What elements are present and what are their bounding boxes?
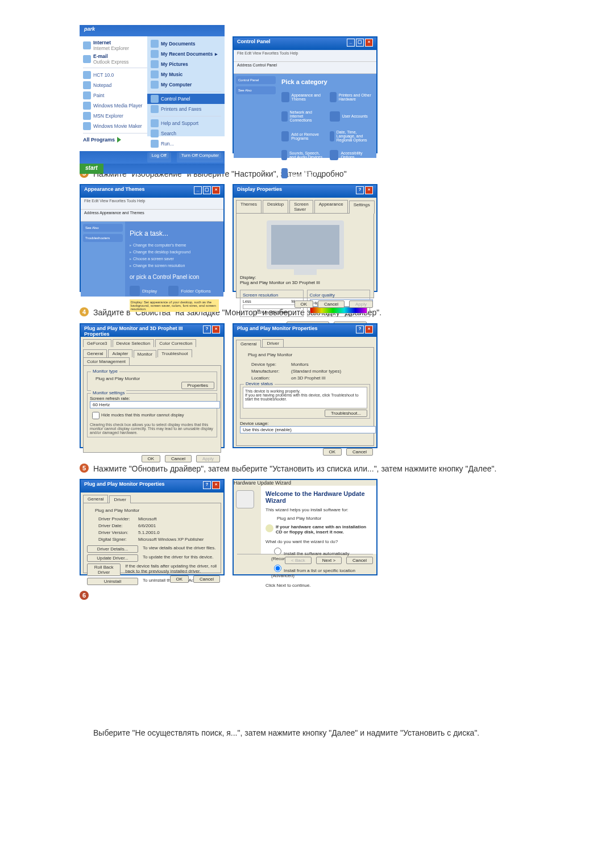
tab-screensaver[interactable]: Screen Saver [289, 200, 313, 213]
tab[interactable]: GeForce3 [83, 339, 111, 347]
tab[interactable]: Adapter [108, 349, 132, 357]
task-link[interactable]: Change the desktop background [130, 250, 219, 254]
cp-category[interactable]: Printers and Other Hardware [330, 92, 374, 102]
tab-driver[interactable]: Driver [109, 495, 130, 503]
update-driver-button[interactable]: Update Driver... [87, 554, 138, 562]
tab[interactable]: Color Correction [155, 339, 196, 347]
resolution-slider[interactable] [243, 304, 301, 309]
address-bar[interactable]: Address Appearance and Themes [81, 210, 223, 222]
cancel-button[interactable]: Cancel [346, 448, 373, 456]
cp-category[interactable]: Appearance and Themes [281, 92, 325, 102]
menubar[interactable]: File Edit View Favorites Tools Help [81, 198, 223, 210]
rollback-button[interactable]: Roll Back Driver [87, 564, 121, 576]
apply-button[interactable]: Apply [349, 301, 373, 308]
task-link[interactable]: Change the computer's theme [130, 243, 219, 248]
start-item[interactable]: My Recent Documents ▸ [151, 49, 221, 59]
display-icon-link[interactable]: Display [130, 286, 157, 296]
close-icon[interactable]: × [212, 326, 220, 333]
tab-monitor[interactable]: Monitor [134, 350, 157, 358]
cancel-button[interactable]: Cancel [193, 575, 220, 583]
help-icon[interactable]: ? [203, 481, 211, 489]
close-icon[interactable]: × [212, 481, 220, 489]
start-item[interactable]: Notepad [83, 80, 154, 90]
tab-desktop[interactable]: Desktop [263, 200, 288, 213]
close-icon[interactable]: × [365, 326, 373, 333]
tab-general[interactable]: General [236, 340, 261, 348]
cancel-button[interactable]: Cancel [318, 301, 345, 308]
device-usage-select[interactable]: Use this device (enable) [240, 426, 376, 433]
tab-appearance[interactable]: Appearance [314, 200, 348, 213]
start-item[interactable]: Printers and Faxes [151, 104, 221, 114]
network-icon [281, 111, 288, 122]
start-item[interactable]: Run... [151, 139, 221, 149]
cp-category[interactable]: User Accounts [330, 110, 374, 122]
tab-settings[interactable]: Settings [349, 201, 375, 214]
tab-driver[interactable]: Driver [262, 339, 283, 347]
cancel-button[interactable]: Cancel [346, 557, 373, 564]
task-link[interactable]: Choose a screen saver [130, 257, 219, 261]
cp-category[interactable]: Network and Internet Connections [281, 110, 325, 122]
help-icon[interactable]: ? [356, 186, 364, 194]
apply-button[interactable]: Apply [196, 455, 220, 462]
ok-button[interactable]: OK [323, 448, 342, 456]
back-button[interactable]: < Back [285, 557, 312, 564]
properties-button[interactable]: Properties [181, 382, 214, 389]
logoff-button[interactable]: Log Off [147, 152, 171, 162]
ok-button[interactable]: OK [170, 575, 189, 583]
start-item[interactable]: HCT 10.0 [83, 70, 154, 80]
ok-button[interactable]: OK [294, 301, 314, 308]
menubar[interactable]: File Edit View Favorites Tools Help [234, 50, 376, 62]
start-item[interactable]: Windows Movie Maker [83, 121, 154, 131]
start-item-control-panel[interactable]: Control Panel [147, 94, 225, 104]
start-item[interactable]: My Pictures [151, 59, 221, 69]
hide-modes-checkbox[interactable]: Hide modes that this monitor cannot disp… [90, 410, 214, 421]
start-item[interactable]: Paint [83, 90, 154, 101]
screenshot-placeholder [80, 604, 557, 712]
address-bar[interactable]: Address Control Panel [234, 62, 376, 74]
ok-button[interactable]: OK [142, 455, 161, 462]
tab[interactable]: Troubleshoot [157, 349, 192, 357]
maximize-icon[interactable]: ▢ [356, 39, 364, 47]
next-button[interactable]: Next > [316, 557, 342, 564]
troubleshoot-button[interactable]: Troubleshoot... [325, 410, 367, 417]
refresh-select[interactable]: 60 Hertz [90, 401, 220, 408]
cp-category[interactable]: Accessibility Options [330, 150, 374, 160]
close-icon[interactable]: × [365, 39, 373, 47]
driver-details-button[interactable]: Driver Details... [87, 545, 138, 553]
shutdown-button[interactable]: Turn Off Computer [177, 152, 223, 162]
tab[interactable]: General [83, 349, 107, 357]
tab[interactable]: Device Selection [113, 339, 155, 347]
task-link[interactable]: Change the screen resolution [130, 264, 219, 268]
start-item[interactable]: Windows Media Player [83, 101, 154, 111]
maximize-icon[interactable]: ▢ [203, 186, 211, 194]
start-item[interactable]: My Music [151, 69, 221, 80]
cp-category[interactable]: Date, Time, Language, and Regional Optio… [330, 130, 374, 142]
folder-options-link[interactable]: Folder Options [168, 286, 210, 296]
start-item[interactable]: My Documents [151, 39, 221, 49]
cp-category[interactable]: Performance and Maintenance [281, 168, 325, 178]
tab[interactable]: Color Management [83, 357, 130, 365]
tab-themes[interactable]: Themes [236, 200, 262, 213]
start-item[interactable]: My Computer [151, 80, 221, 90]
start-item-internet[interactable]: InternetInternet Explorer [83, 39, 154, 52]
close-icon[interactable]: × [365, 186, 373, 194]
minimize-icon[interactable]: _ [194, 186, 202, 194]
cp-category[interactable]: Add or Remove Programs [281, 130, 325, 142]
all-programs[interactable]: All Programs [83, 137, 154, 143]
cd-icon [265, 524, 273, 532]
or-pick: or pick a Control Panel icon [130, 274, 219, 280]
help-icon[interactable]: ? [203, 326, 211, 333]
tab-general[interactable]: General [83, 495, 108, 503]
start-button[interactable]: start [80, 164, 103, 174]
start-item-email[interactable]: E-mailOutlook Express [83, 52, 154, 66]
start-item[interactable]: Search [151, 128, 221, 139]
cp-category[interactable]: Sounds, Speech, and Audio Devices [281, 150, 325, 160]
help-icon[interactable]: ? [356, 326, 364, 333]
uninstall-button[interactable]: Uninstall [87, 578, 138, 585]
minimize-icon[interactable]: _ [347, 39, 355, 47]
wizard-option-list[interactable]: Install from a list or specific location… [271, 563, 372, 578]
start-item[interactable]: MSN Explorer [83, 111, 154, 121]
close-icon[interactable]: × [212, 186, 220, 194]
cancel-button[interactable]: Cancel [165, 455, 192, 462]
start-item[interactable]: Help and Support [151, 118, 221, 128]
